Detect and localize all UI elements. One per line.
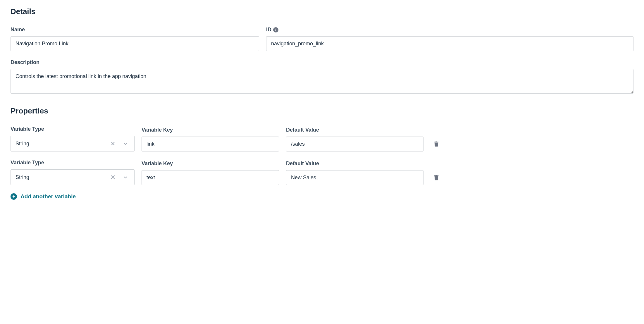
description-textarea[interactable]	[11, 69, 633, 94]
trash-icon[interactable]	[433, 174, 440, 181]
chevron-down-icon[interactable]	[120, 175, 130, 180]
name-input[interactable]	[11, 36, 259, 51]
default-value-input[interactable]	[286, 137, 423, 151]
id-input[interactable]	[266, 36, 633, 51]
variable-type-select[interactable]: String	[11, 136, 135, 151]
select-divider	[119, 174, 119, 181]
variable-type-value: String	[16, 174, 108, 180]
plus-circle-icon: +	[11, 193, 17, 200]
default-value-label: Default Value	[286, 161, 423, 167]
property-row: Variable Type String Variable Key Defaul…	[11, 160, 633, 185]
variable-type-select[interactable]: String	[11, 169, 135, 185]
variable-key-input[interactable]	[142, 137, 279, 151]
default-value-input[interactable]	[286, 170, 423, 185]
chevron-down-icon[interactable]	[120, 141, 130, 146]
select-divider	[119, 140, 119, 147]
property-row: Variable Type String Variable Key Defaul…	[11, 126, 633, 151]
info-icon[interactable]: i	[273, 27, 278, 32]
clear-icon[interactable]	[108, 141, 118, 146]
add-variable-label: Add another variable	[20, 193, 76, 200]
variable-key-label: Variable Key	[142, 127, 279, 133]
trash-icon[interactable]	[433, 140, 440, 147]
variable-key-label: Variable Key	[142, 161, 279, 167]
add-another-variable-button[interactable]: + Add another variable	[11, 193, 633, 200]
name-label: Name	[11, 27, 259, 33]
details-heading: Details	[11, 7, 633, 16]
variable-type-value: String	[16, 141, 108, 147]
variable-type-label: Variable Type	[11, 160, 135, 166]
properties-heading: Properties	[11, 106, 633, 116]
id-label: ID	[266, 27, 271, 33]
variable-type-label: Variable Type	[11, 126, 135, 132]
clear-icon[interactable]	[108, 175, 118, 180]
default-value-label: Default Value	[286, 127, 423, 133]
variable-key-input[interactable]	[142, 170, 279, 185]
description-label: Description	[11, 59, 633, 66]
